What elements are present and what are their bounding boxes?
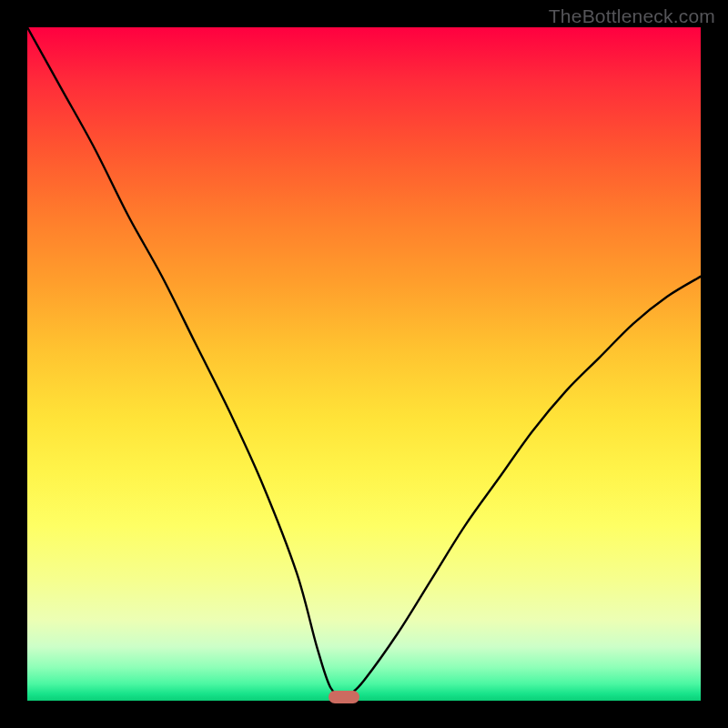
plot-area bbox=[27, 27, 701, 701]
bottleneck-curve bbox=[27, 27, 701, 701]
chart-frame: TheBottleneck.com bbox=[0, 0, 728, 728]
optimal-point-marker bbox=[329, 691, 359, 703]
watermark-text: TheBottleneck.com bbox=[549, 5, 715, 27]
